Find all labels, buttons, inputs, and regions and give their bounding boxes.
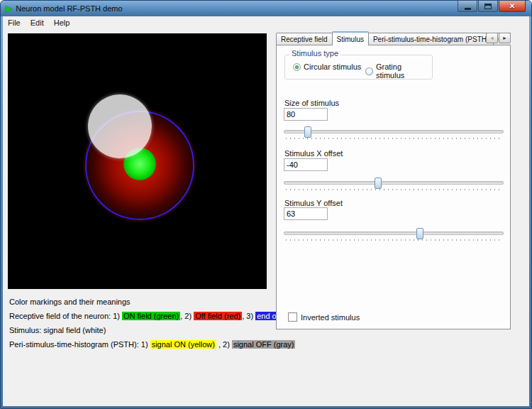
- rf-off-highlight: Off field (red): [194, 312, 242, 320]
- tab-scroller: ◄ ►: [485, 33, 511, 43]
- y-offset-input[interactable]: [284, 207, 328, 220]
- legend-stimulus-line: Stimulus: signal field (white): [9, 326, 272, 334]
- tab-scroll-left-button[interactable]: ◄: [486, 33, 498, 43]
- minimize-icon: [465, 8, 471, 10]
- app-icon: ▶: [6, 4, 12, 13]
- y-offset-slider-track[interactable]: [284, 231, 504, 235]
- y-offset-slider-ticks: [286, 239, 501, 241]
- scroll-right-icon: ►: [502, 36, 507, 40]
- radio-grating-stimulus[interactable]: Grating stimulus: [365, 62, 432, 80]
- tab-control: Receptive field Stimulus Peri-stimulus-t…: [276, 31, 511, 329]
- rf-canvas: [8, 33, 267, 289]
- size-slider-track[interactable]: [284, 130, 504, 133]
- legend-psth-line: Peri-stimulus-time-histogram (PSTH): 1) …: [9, 340, 272, 349]
- caption-buttons: ✕: [457, 1, 526, 12]
- minimize-button[interactable]: [458, 1, 477, 12]
- legend-rf-line: Receptive field of the neuron: 1) ON fie…: [9, 312, 272, 320]
- inverted-stimulus-label: Inverted stimulus: [301, 313, 360, 322]
- radio-circular-label: Circular stimulus: [304, 62, 361, 71]
- tab-receptive-field[interactable]: Receptive field: [276, 33, 333, 45]
- radio-circular-stimulus[interactable]: Circular stimulus: [293, 62, 361, 71]
- tabstrip: Receptive field Stimulus Peri-stimulus-t…: [276, 31, 511, 45]
- window-title: Neuron model RF-PSTH demo: [16, 4, 122, 13]
- size-slider-ticks: [286, 138, 501, 139]
- x-offset-slider-ticks: [286, 189, 501, 190]
- stimulus-white-circle: [88, 94, 152, 158]
- radio-grating-label: Grating stimulus: [376, 62, 432, 80]
- legend-psth-prefix: Peri-stimulus-time-histogram (PSTH): 1): [9, 340, 150, 349]
- psth-off-highlight: signal OFF (gray): [232, 340, 296, 349]
- stimulus-type-label: Stimulus type: [289, 49, 340, 58]
- y-offset-slider-thumb[interactable]: [416, 228, 423, 239]
- close-button[interactable]: ✕: [499, 1, 526, 12]
- legend-heading: Color markings and their meanings: [9, 298, 272, 306]
- legend: Color markings and their meanings Recept…: [9, 298, 272, 354]
- size-of-stimulus-label: Size of stimulus: [284, 99, 339, 107]
- x-offset-input[interactable]: [284, 158, 328, 171]
- scroll-left-icon: ◄: [489, 36, 494, 40]
- radio-selected-icon: [293, 63, 301, 71]
- legend-rf-sep2: , 3): [242, 312, 255, 320]
- x-offset-slider[interactable]: [284, 178, 504, 193]
- size-slider[interactable]: [284, 126, 504, 142]
- x-offset-slider-thumb[interactable]: [375, 178, 382, 189]
- checkbox-icon: [288, 312, 297, 322]
- y-offset-label: Stimulus Y offset: [284, 199, 343, 207]
- legend-psth-sep: , 2): [216, 340, 232, 349]
- tab-psth[interactable]: Peri-stimulus-time-histogram (PSTH): [368, 33, 494, 45]
- x-offset-slider-track[interactable]: [284, 181, 504, 185]
- menu-item-edit[interactable]: Edit: [26, 17, 49, 28]
- stimulus-tab-panel: Stimulus type Circular stimulus Grating …: [276, 45, 511, 329]
- app-window: ▶ Neuron model RF-PSTH demo ✕ File Edit …: [0, 0, 532, 409]
- psth-on-highlight: signal ON (yellow): [150, 340, 216, 349]
- menu-item-file[interactable]: File: [3, 17, 26, 28]
- maximize-icon: [484, 4, 492, 9]
- tab-scroll-right-button[interactable]: ►: [499, 33, 511, 43]
- menu-item-help[interactable]: Help: [49, 17, 75, 28]
- stimulus-type-groupbox: Stimulus type Circular stimulus Grating …: [284, 55, 433, 80]
- size-slider-thumb[interactable]: [304, 126, 311, 138]
- legend-rf-prefix: Receptive field of the neuron: 1): [9, 312, 122, 320]
- close-icon: ✕: [509, 3, 515, 10]
- y-offset-slider[interactable]: [284, 228, 504, 244]
- menubar: File Edit Help: [3, 16, 529, 29]
- maximize-button[interactable]: [478, 1, 498, 12]
- tab-stimulus[interactable]: Stimulus: [332, 31, 369, 45]
- radio-unselected-icon: [365, 67, 373, 75]
- x-offset-label: Stimulus X offset: [284, 149, 343, 158]
- rf-on-highlight: ON field (green): [122, 312, 180, 320]
- client-area: Color markings and their meanings Recept…: [3, 29, 529, 406]
- legend-rf-sep1: , 2): [180, 312, 194, 320]
- window-body: File Edit Help Color markings and their …: [3, 16, 529, 406]
- titlebar[interactable]: ▶ Neuron model RF-PSTH demo ✕: [1, 1, 531, 16]
- size-of-stimulus-input[interactable]: [284, 108, 328, 121]
- inverted-stimulus-checkbox[interactable]: Inverted stimulus: [288, 312, 360, 322]
